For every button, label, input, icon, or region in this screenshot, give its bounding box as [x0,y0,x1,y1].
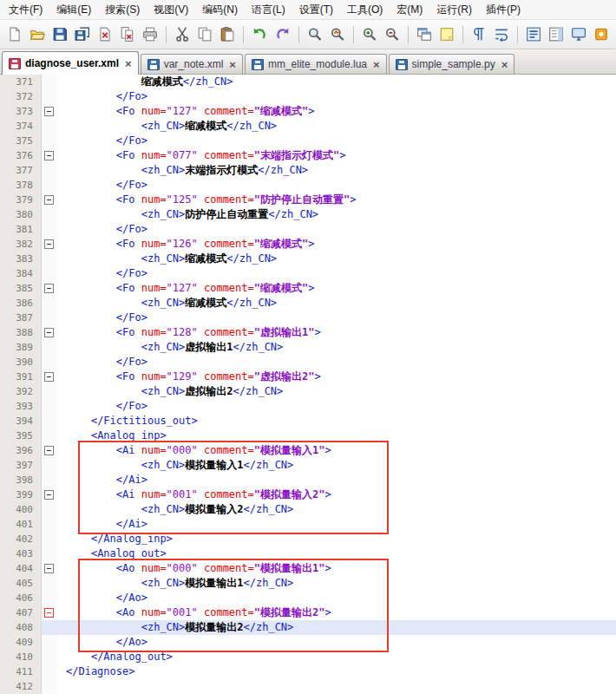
save-all-button[interactable] [72,23,93,45]
code-line-381[interactable]: 381 </Fo> [0,222,616,237]
post-it-icon [439,26,455,43]
post-it-button[interactable] [436,23,457,45]
fold-margin [42,207,58,222]
code-line-391[interactable]: 391 <Fo num="129" comment="虚拟输出2"> [0,370,616,384]
close-all-button[interactable] [117,23,138,45]
show-symbols-button[interactable] [469,23,489,45]
code-line-372[interactable]: 372 </Fo> [0,89,616,104]
find-button[interactable] [305,23,325,45]
code-line-400[interactable]: 400 <zh_CN>模拟量输入2</zh_CN> [0,502,616,517]
save-button[interactable] [49,23,70,45]
code-line-410[interactable]: 410 </Analog_out> [0,650,616,664]
fold-marker-icon[interactable] [44,195,54,205]
code-line-409[interactable]: 409 </Ao> [0,635,616,650]
code-line-402[interactable]: 402 </Analog_inp> [0,532,616,546]
cut-button[interactable] [172,23,193,45]
code-line-384[interactable]: 384 </Fo> [0,266,616,281]
redo-button[interactable] [272,23,293,45]
fold-marker-icon[interactable] [44,284,54,293]
replace-button[interactable] [327,23,348,45]
close-file-icon [97,26,113,43]
tab-1[interactable]: var_note.xml× [141,54,243,74]
fold-marker-icon[interactable] [44,372,54,382]
code-line-411[interactable]: 411</Diagnose> [0,664,616,679]
code-line-401[interactable]: 401 </Ai> [0,517,616,532]
code-line-392[interactable]: 392 <zh_CN>虚拟输出2</zh_CN> [0,384,616,399]
menu-item-4[interactable]: 编码(N) [195,0,245,19]
fold-marker-icon[interactable] [44,446,54,455]
tab-close-icon[interactable]: × [229,59,236,70]
code-line-387[interactable]: 387 </Fo> [0,311,616,325]
fold-marker-icon[interactable] [44,239,54,249]
code-line-376[interactable]: 376 <Fo num="077" comment="末端指示灯模式"> [0,148,616,163]
menu-item-8[interactable]: 宏(M) [390,0,429,19]
code-line-385[interactable]: 385 <Fo num="127" comment="缩减模式"> [0,281,616,296]
code-line-380[interactable]: 380 <zh_CN>防护停止自动重置</zh_CN> [0,207,616,222]
menu-item-3[interactable]: 视图(V) [147,0,195,19]
new-file-button[interactable] [4,23,25,45]
menu-item-7[interactable]: 工具(O) [340,0,390,19]
tab-3[interactable]: simple_sample.py× [389,54,515,74]
code-line-390[interactable]: 390 </Fo> [0,355,616,370]
code-line-403[interactable]: 403 <Analog_out> [0,546,616,561]
menu-item-0[interactable]: 文件(F) [2,0,49,19]
close-file-button[interactable] [95,23,115,45]
fold-marker-icon[interactable] [44,490,54,500]
code-line-396[interactable]: 396 <Ai num="000" comment="模拟量输入1"> [0,443,616,458]
code-line-408[interactable]: 408 <zh_CN>模拟量输出2</zh_CN> [0,620,616,635]
plugins-button[interactable] [591,23,612,45]
code-line-375[interactable]: 375 </Fo> [0,134,616,148]
code-line-374[interactable]: 374 <zh_CN>缩减模式</zh_CN> [0,119,616,134]
fold-marker-icon[interactable] [44,608,54,618]
print-button[interactable] [140,23,161,45]
zoom-out-button[interactable] [382,23,403,45]
code-line-378[interactable]: 378 </Fo> [0,178,616,193]
copy-button[interactable] [194,23,215,45]
menu-item-10[interactable]: 插件(P) [479,0,528,19]
menu-item-1[interactable]: 编辑(E) [49,0,98,19]
function-list-button[interactable] [523,23,544,45]
open-file-button[interactable] [27,23,48,45]
fold-marker-icon[interactable] [44,107,54,116]
fold-marker-icon[interactable] [44,328,54,337]
zoom-in-button[interactable] [359,23,380,45]
fold-marker-icon[interactable] [44,151,54,160]
code-line-399[interactable]: 399 <Ai num="001" comment="模拟量输入2"> [0,487,616,502]
menu-item-9[interactable]: 运行(R) [429,0,479,19]
code-line-398[interactable]: 398 </Ai> [0,473,616,487]
tab-close-icon[interactable]: × [125,58,132,69]
code-line-412[interactable]: 412 [0,679,616,694]
code-line-407[interactable]: 407 <Ao num="001" comment="模拟量输出2"> [0,605,616,620]
code-line-397[interactable]: 397 <zh_CN>模拟量输入1</zh_CN> [0,458,616,473]
code-line-388[interactable]: 388 <Fo num="128" comment="虚拟输出1"> [0,325,616,340]
doc-switcher-button[interactable] [414,23,435,45]
fold-marker-icon[interactable] [44,564,54,573]
code-line-395[interactable]: 395 <Analog_inp> [0,429,616,443]
code-line-373[interactable]: 373 <Fo num="127" comment="缩减模式"> [0,104,616,119]
menu-item-6[interactable]: 设置(T) [292,0,340,19]
tab-2[interactable]: mm_elite_module.lua× [245,54,387,74]
tab-0[interactable]: diagnose_user.xml× [2,51,139,75]
code-line-404[interactable]: 404 <Ao num="000" comment="模拟量输出1"> [0,561,616,576]
code-line-382[interactable]: 382 <Fo num="126" comment="缩减模式"> [0,237,616,252]
paste-button[interactable] [217,23,238,45]
code-line-394[interactable]: 394 </Fictitious_out> [0,414,616,429]
tab-close-icon[interactable]: × [501,59,508,70]
monitor-button[interactable] [568,23,589,45]
code-line-371[interactable]: 371 缩减模式</zh_CN> [0,75,616,89]
menu-item-2[interactable]: 搜索(S) [98,0,147,19]
code-line-393[interactable]: 393 </Fo> [0,399,616,414]
code-line-383[interactable]: 383 <zh_CN>缩减模式</zh_CN> [0,252,616,266]
code-line-406[interactable]: 406 </Ao> [0,591,616,605]
tab-close-icon[interactable]: × [373,59,380,70]
code-line-389[interactable]: 389 <zh_CN>虚拟输出1</zh_CN> [0,340,616,355]
undo-button[interactable] [249,23,270,45]
code-line-379[interactable]: 379 <Fo num="125" comment="防护停止自动重置"> [0,193,616,207]
menu-item-5[interactable]: 语言(L) [245,0,292,19]
editor[interactable]: 371 缩减模式</zh_CN>372 </Fo>373 <Fo num="12… [0,75,616,700]
code-line-405[interactable]: 405 <zh_CN>模拟量输出1</zh_CN> [0,576,616,591]
word-wrap-button[interactable] [491,23,512,45]
code-line-386[interactable]: 386 <zh_CN>缩减模式</zh_CN> [0,296,616,311]
code-line-377[interactable]: 377 <zh_CN>末端指示灯模式</zh_CN> [0,163,616,178]
doc-map-button[interactable] [546,23,567,45]
